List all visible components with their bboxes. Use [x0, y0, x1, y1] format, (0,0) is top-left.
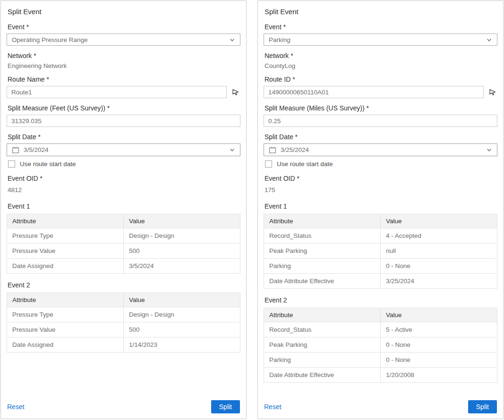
value-cell: 4 - Accepted	[381, 228, 497, 244]
value-column-header: Value	[124, 214, 240, 228]
attribute-column-header: Attribute	[7, 293, 124, 307]
attribute-cell: Pressure Type	[7, 307, 124, 322]
panel-footer: Reset Split	[264, 400, 497, 413]
measure-field-group: Split Measure (Miles (US Survey)) *	[264, 104, 497, 127]
event-oid-label: Event OID *	[265, 175, 497, 182]
attribute-cell: Record_Status	[264, 228, 381, 244]
route-input[interactable]	[264, 86, 484, 98]
split-date-value: 3/25/2024	[281, 146, 486, 153]
attribute-column-header: Attribute	[264, 308, 381, 322]
split-measure-label: Split Measure (Feet (US Survey)) *	[8, 104, 240, 112]
attribute-cell: Parking	[264, 259, 381, 274]
route-field-group: Route ID *	[264, 76, 497, 98]
event-2-table: Attribute Value Pressure Type Design - D…	[7, 293, 240, 353]
value-cell: null	[381, 244, 497, 259]
network-field-group: Network * CountyLog	[264, 52, 497, 69]
route-label: Route Name *	[8, 76, 240, 83]
pick-route-cursor-icon[interactable]	[231, 87, 240, 97]
value-column-header: Value	[124, 293, 240, 307]
event-2-table: Attribute Value Record_Status 5 - Active…	[264, 308, 497, 383]
use-route-start-date-checkbox[interactable]	[8, 160, 15, 168]
split-measure-input[interactable]	[264, 115, 497, 127]
route-input[interactable]	[7, 86, 227, 98]
event-select-value: Parking	[269, 36, 290, 43]
table-row: Record_Status 5 - Active	[264, 322, 497, 337]
table-row: Date Assigned 3/5/2024	[7, 259, 240, 274]
event-2-heading: Event 2	[8, 281, 240, 289]
value-cell: 3/5/2024	[124, 259, 240, 274]
attribute-cell: Date Attribute Effective	[264, 274, 381, 289]
date-field-group: Split Date * 3/5/2024	[7, 133, 240, 156]
attribute-cell: Date Attribute Effective	[264, 368, 381, 383]
split-button[interactable]: Split	[211, 400, 240, 413]
panel-footer: Reset Split	[7, 400, 240, 413]
use-route-start-date-checkbox[interactable]	[265, 160, 272, 168]
value-cell: Design - Design	[124, 228, 240, 244]
split-button[interactable]: Split	[468, 400, 497, 413]
attribute-cell: Peak Parking	[264, 337, 381, 353]
event-label: Event *	[8, 23, 240, 31]
route-label: Route ID *	[265, 76, 497, 83]
table-row: Date Attribute Effective 3/25/2024	[264, 274, 497, 289]
split-measure-label: Split Measure (Miles (US Survey)) *	[265, 104, 497, 112]
table-row: Pressure Type Design - Design	[7, 228, 240, 244]
measure-field-group: Split Measure (Feet (US Survey)) *	[7, 104, 240, 127]
table-header-row: Attribute Value	[264, 308, 497, 322]
attribute-column-header: Attribute	[7, 214, 124, 228]
event-oid-group: Event OID * 175	[264, 175, 497, 193]
split-event-panels: Split Event Event * Operating Pressure R…	[0, 0, 504, 420]
use-route-start-date-row: Use route start date	[8, 160, 240, 168]
event-2-heading: Event 2	[265, 296, 497, 304]
use-route-start-date-label: Use route start date	[20, 160, 76, 168]
event-oid-value: 4812	[8, 186, 240, 193]
split-date-label: Split Date *	[265, 133, 497, 141]
attribute-column-header: Attribute	[264, 214, 381, 228]
split-date-select[interactable]: 3/25/2024	[264, 143, 497, 156]
table-row: Pressure Value 500	[7, 244, 240, 259]
value-cell: 500	[124, 322, 240, 337]
event-oid-label: Event OID *	[8, 175, 240, 182]
split-date-select[interactable]: 3/5/2024	[7, 143, 240, 156]
network-value: Engineering Network	[8, 62, 240, 69]
value-column-header: Value	[381, 214, 497, 228]
value-cell: 1/20/2008	[381, 368, 497, 383]
event-select-value: Operating Pressure Range	[12, 36, 88, 43]
attribute-cell: Parking	[264, 353, 381, 368]
use-route-start-date-label: Use route start date	[277, 160, 333, 168]
event-select[interactable]: Operating Pressure Range	[7, 34, 240, 46]
reset-button[interactable]: Reset	[264, 403, 282, 411]
chevron-down-icon	[486, 37, 492, 43]
event-1-heading: Event 1	[8, 202, 240, 210]
pick-route-cursor-icon[interactable]	[488, 87, 497, 97]
attribute-cell: Date Assigned	[7, 337, 124, 353]
event-oid-group: Event OID * 4812	[7, 175, 240, 193]
value-cell: 0 - None	[381, 337, 497, 353]
value-cell: Design - Design	[124, 307, 240, 322]
chevron-down-icon	[486, 147, 492, 153]
split-event-panel-right: Split Event Event * Parking Network * Co…	[257, 0, 504, 419]
value-cell: 5 - Active	[381, 322, 497, 337]
table-row: Peak Parking 0 - None	[264, 337, 497, 353]
table-row: Date Assigned 1/14/2023	[7, 337, 240, 353]
reset-button[interactable]: Reset	[7, 403, 25, 411]
value-cell: 1/14/2023	[124, 337, 240, 353]
calendar-icon	[269, 146, 276, 154]
event-1-heading: Event 1	[265, 202, 497, 210]
table-row: Parking 0 - None	[264, 353, 497, 368]
table-row: Date Attribute Effective 1/20/2008	[264, 368, 497, 383]
split-measure-input[interactable]	[7, 115, 240, 127]
event-select[interactable]: Parking	[264, 34, 497, 46]
attribute-cell: Pressure Type	[7, 228, 124, 244]
value-cell: 3/25/2024	[381, 274, 497, 289]
table-row: Pressure Value 500	[7, 322, 240, 337]
page-title: Split Event	[8, 8, 240, 16]
chevron-down-icon	[229, 37, 235, 43]
attribute-cell: Date Assigned	[7, 259, 124, 274]
split-event-panel-left: Split Event Event * Operating Pressure R…	[0, 0, 247, 419]
event-field-group: Event * Parking	[264, 23, 497, 46]
attribute-cell: Peak Parking	[264, 244, 381, 259]
table-row: Peak Parking null	[264, 244, 497, 259]
table-header-row: Attribute Value	[264, 214, 497, 228]
chevron-down-icon	[229, 147, 235, 153]
page-title: Split Event	[265, 8, 497, 16]
